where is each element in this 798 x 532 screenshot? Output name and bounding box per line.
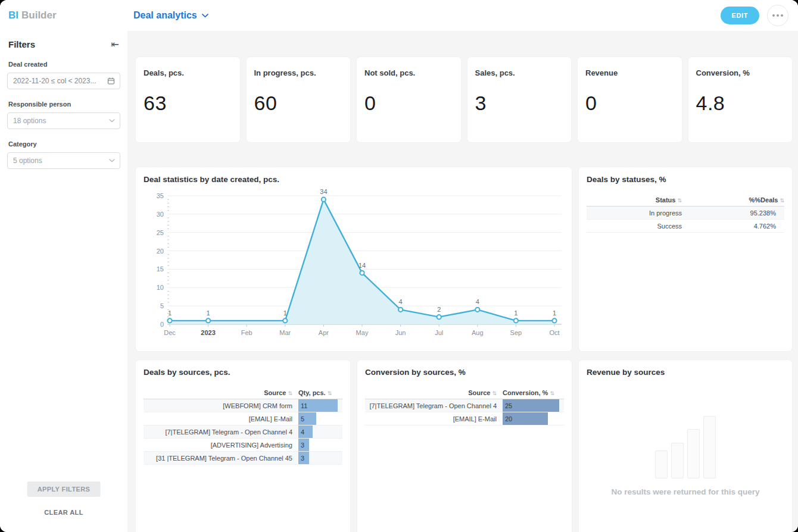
app-logo: BIBuilder (8, 0, 57, 31)
dashboard-main: Deals, pcs. 63 In progress, pcs. 60 Not … (127, 31, 798, 532)
percent-cell: 4.762% (688, 223, 784, 230)
more-options-button[interactable] (767, 5, 788, 26)
sort-icon: ⇅ (550, 390, 554, 396)
value-bar: 3 (298, 452, 309, 464)
date-range-field[interactable] (7, 73, 120, 89)
kpi-card-revenue: Revenue 0 (578, 57, 682, 142)
kpi-card-in-progress: In progress, pcs. 60 (247, 57, 351, 142)
svg-text:4: 4 (476, 298, 479, 305)
sort-icon: ⇅ (492, 390, 497, 396)
table-title: Conversion by sources, % (365, 368, 564, 377)
svg-text:Jul: Jul (435, 329, 443, 336)
value-bar: 11 (298, 399, 338, 412)
sort-icon: ⇅ (328, 390, 332, 396)
svg-text:14: 14 (359, 262, 366, 269)
calendar-icon (107, 77, 115, 85)
chevron-down-icon (202, 14, 208, 18)
table-row: [EMAIL] E-Mail20 (365, 412, 564, 425)
filter-label: Category (7, 140, 120, 148)
svg-text:Jun: Jun (395, 329, 406, 336)
responsible-person-select[interactable]: 18 options (7, 112, 120, 129)
filters-header: Filters ⇤ (0, 31, 127, 49)
svg-text:1: 1 (207, 309, 210, 317)
chevron-down-icon (109, 119, 115, 123)
svg-text:Mar: Mar (279, 329, 291, 336)
svg-text:25: 25 (157, 229, 164, 236)
kpi-card-deals: Deals, pcs. 63 (136, 57, 240, 142)
value-bar: 4 (298, 425, 313, 438)
clear-all-button[interactable]: CLEAR ALL (44, 509, 83, 516)
column-header[interactable]: Conversion, %⇅ (503, 389, 564, 396)
svg-text:Aug: Aug (472, 329, 484, 336)
svg-text:1: 1 (168, 309, 172, 317)
filters-sidebar: Filters ⇤ Deal created Responsible perso… (0, 31, 127, 532)
kpi-value: 3 (475, 92, 564, 115)
value-bar: 3 (298, 439, 309, 451)
bar-cell: 11 (298, 399, 342, 412)
svg-text:10: 10 (157, 284, 164, 291)
filter-responsible-person: Responsible person 18 options (0, 101, 127, 129)
logo-bi-text: BI (8, 10, 18, 21)
table-header: Source⇅Conversion, %⇅ (365, 387, 564, 399)
svg-text:Dec: Dec (164, 329, 176, 336)
sort-icon: ⇅ (288, 390, 292, 396)
svg-text:0: 0 (160, 321, 164, 328)
kpi-value: 63 (144, 92, 232, 115)
table-header: Status⇅%%Deals⇅ (587, 194, 784, 206)
date-range-input[interactable] (8, 73, 120, 89)
bi-builder-app: BIBuilder Deal analytics EDIT Filters ⇤ … (0, 0, 798, 532)
value-bar: 5 (298, 412, 316, 425)
table-title: Deals by sources, pcs. (144, 368, 342, 377)
source-cell: [7|TELEGRAM] Telegram - Open Channel 4 (365, 402, 503, 409)
sort-icon: ⇅ (780, 198, 784, 204)
svg-text:1: 1 (514, 309, 518, 317)
apply-filters-button[interactable]: APPLY FILTERS (27, 481, 101, 497)
svg-text:1: 1 (553, 309, 556, 317)
table-row: In progress95.238% (587, 206, 784, 220)
column-header[interactable]: Qty, pcs.⇅ (298, 389, 342, 396)
source-cell: [EMAIL] E-Mail (144, 415, 298, 423)
collapse-sidebar-icon[interactable]: ⇤ (111, 40, 119, 49)
empty-state: No results were returned for this query (587, 416, 784, 496)
table-row: [31 |TELEGRAM] Telegram - Open Channel 4… (144, 452, 342, 465)
sources-row: Deals by sources, pcs. Source⇅Qty, pcs.⇅… (136, 360, 792, 532)
edit-button[interactable]: EDIT (721, 7, 759, 24)
kpi-row: Deals, pcs. 63 In progress, pcs. 60 Not … (136, 57, 792, 142)
source-cell: [ADVERTISING] Advertising (144, 442, 298, 449)
kpi-value: 60 (254, 92, 343, 115)
source-cell: [WEBFORM] CRM form (144, 402, 298, 409)
placeholder-bar (687, 429, 700, 478)
kpi-value: 0 (585, 92, 674, 115)
filter-label: Deal created (7, 61, 120, 68)
bar-cell: 5 (298, 412, 342, 425)
column-header[interactable]: Source⇅ (365, 389, 503, 396)
bar-cell: 4 (298, 425, 342, 438)
svg-text:Sep: Sep (510, 329, 522, 336)
svg-text:34: 34 (320, 188, 327, 195)
value-bar: 25 (503, 399, 559, 412)
deals-by-sources-table: Source⇅Qty, pcs.⇅[WEBFORM] CRM form11[EM… (144, 387, 342, 465)
table-row: [EMAIL] E-Mail5 (144, 412, 342, 425)
svg-text:Apr: Apr (319, 329, 329, 336)
kpi-card-not-sold: Not sold, pcs. 0 (357, 57, 461, 142)
table-title: Revenue by sources (587, 368, 784, 377)
statuses-table: Status⇅%%Deals⇅In progress95.238%Success… (587, 194, 784, 233)
filter-category: Category 5 options (0, 140, 127, 169)
column-header[interactable]: Status⇅ (587, 196, 688, 204)
empty-state-text: No results were returned for this query (611, 487, 759, 496)
kpi-value: 0 (364, 92, 453, 115)
column-header[interactable]: Source⇅ (144, 389, 298, 396)
bar-cell: 3 (298, 452, 342, 464)
svg-text:5: 5 (160, 302, 164, 309)
category-select[interactable]: 5 options (7, 152, 120, 169)
svg-text:35: 35 (157, 192, 164, 199)
deals-by-statuses-card: Deals by statuses, % Status⇅%%Deals⇅In p… (579, 167, 792, 351)
svg-text:1: 1 (283, 309, 287, 317)
chart-title: Deal statistics by date created, pcs. (144, 175, 564, 184)
svg-text:20: 20 (157, 248, 164, 255)
column-header[interactable]: %%Deals⇅ (688, 196, 784, 204)
bar-cell: 25 (503, 399, 564, 412)
dashboard-title-dropdown[interactable]: Deal analytics (133, 0, 208, 31)
table-title: Deals by statuses, % (587, 175, 784, 184)
placeholder-bar (671, 443, 684, 478)
